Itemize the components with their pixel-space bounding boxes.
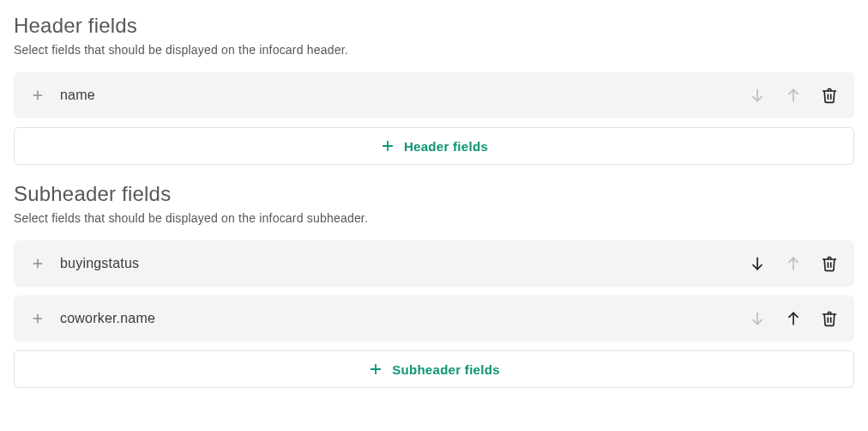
- field-row: coworker.name: [14, 295, 854, 342]
- arrow-down-icon: [749, 87, 766, 104]
- delete-button[interactable]: [820, 86, 839, 105]
- move-up-button[interactable]: [784, 254, 803, 273]
- arrow-down-icon: [749, 310, 766, 327]
- move-down-button[interactable]: [748, 309, 767, 328]
- row-actions: [748, 86, 839, 105]
- add-button-label: Header fields: [404, 139, 488, 154]
- delete-button[interactable]: [820, 254, 839, 273]
- field-label: name: [60, 88, 748, 103]
- row-actions: [748, 254, 839, 273]
- trash-icon: [821, 310, 838, 327]
- plus-icon: [380, 138, 395, 154]
- header-fields-section: Header fields Select fields that should …: [14, 14, 854, 165]
- subheader-fields-section: Subheader fields Select fields that shou…: [14, 182, 854, 388]
- move-down-button[interactable]: [748, 254, 767, 273]
- field-label: buyingstatus: [60, 256, 748, 271]
- drag-handle-icon[interactable]: [29, 310, 46, 327]
- row-actions: [748, 309, 839, 328]
- field-row: name: [14, 72, 854, 118]
- delete-button[interactable]: [820, 309, 839, 328]
- arrow-up-icon: [785, 255, 802, 272]
- drag-handle-icon[interactable]: [29, 87, 46, 104]
- add-subheader-field-button[interactable]: Subheader fields: [14, 350, 854, 388]
- trash-icon: [821, 87, 838, 104]
- field-row: buyingstatus: [14, 240, 854, 287]
- section-title: Header fields: [14, 14, 854, 38]
- plus-icon: [368, 361, 383, 377]
- move-down-button[interactable]: [748, 86, 767, 105]
- arrow-down-icon: [749, 255, 766, 272]
- drag-handle-icon[interactable]: [29, 255, 46, 272]
- move-up-button[interactable]: [784, 86, 803, 105]
- add-button-label: Subheader fields: [392, 362, 500, 377]
- section-title: Subheader fields: [14, 182, 854, 206]
- arrow-up-icon: [785, 87, 802, 104]
- section-description: Select fields that should be displayed o…: [14, 211, 854, 225]
- add-header-field-button[interactable]: Header fields: [14, 127, 854, 165]
- trash-icon: [821, 255, 838, 272]
- move-up-button[interactable]: [784, 309, 803, 328]
- field-label: coworker.name: [60, 311, 748, 326]
- section-description: Select fields that should be displayed o…: [14, 43, 854, 57]
- arrow-up-icon: [785, 310, 802, 327]
